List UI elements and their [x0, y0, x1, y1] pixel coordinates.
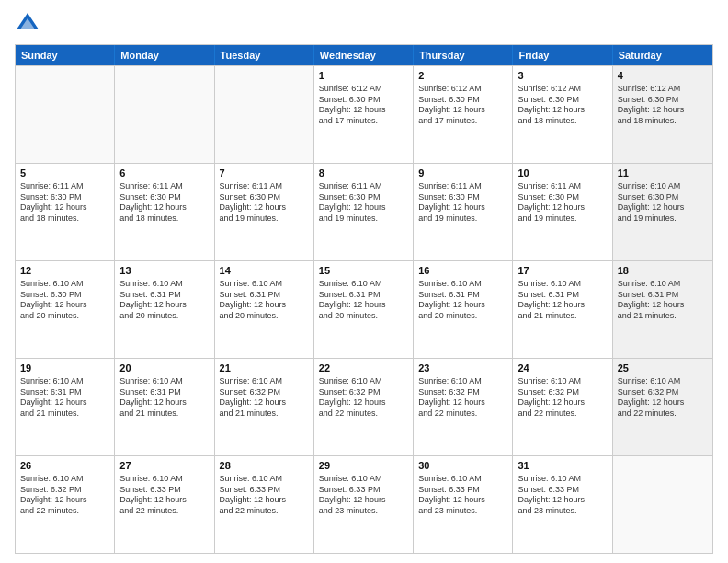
- page: SundayMondayTuesdayWednesdayThursdayFrid…: [0, 0, 728, 563]
- cell-info: Sunrise: 6:10 AMSunset: 6:32 PMDaylight:…: [220, 376, 309, 419]
- calendar-cell-22: 22Sunrise: 6:10 AMSunset: 6:32 PMDayligh…: [314, 359, 414, 455]
- calendar-cell-empty: [215, 66, 314, 163]
- calendar-row-2: 12Sunrise: 6:10 AMSunset: 6:30 PMDayligh…: [16, 260, 712, 358]
- day-number: 4: [618, 69, 708, 83]
- day-number: 22: [319, 362, 408, 375]
- day-number: 8: [319, 167, 408, 180]
- day-number: 26: [20, 459, 109, 473]
- day-number: 7: [220, 167, 309, 180]
- header-day-saturday: Saturday: [613, 45, 712, 65]
- day-number: 24: [518, 362, 607, 375]
- cell-info: Sunrise: 6:11 AMSunset: 6:30 PMDaylight:…: [20, 181, 109, 224]
- cell-info: Sunrise: 6:12 AMSunset: 6:30 PMDaylight:…: [418, 84, 507, 127]
- day-number: 14: [220, 264, 309, 278]
- day-number: 5: [20, 167, 109, 180]
- cell-info: Sunrise: 6:11 AMSunset: 6:30 PMDaylight:…: [319, 181, 408, 224]
- day-number: 9: [418, 167, 507, 180]
- calendar-cell-27: 27Sunrise: 6:10 AMSunset: 6:33 PMDayligh…: [115, 456, 214, 553]
- calendar-cell-7: 7Sunrise: 6:11 AMSunset: 6:30 PMDaylight…: [215, 164, 314, 260]
- calendar-header: SundayMondayTuesdayWednesdayThursdayFrid…: [16, 45, 712, 65]
- cell-info: Sunrise: 6:10 AMSunset: 6:33 PMDaylight:…: [518, 474, 607, 517]
- calendar-cell-3: 3Sunrise: 6:12 AMSunset: 6:30 PMDaylight…: [513, 66, 612, 163]
- header-day-friday: Friday: [513, 45, 612, 65]
- calendar-cell-16: 16Sunrise: 6:10 AMSunset: 6:31 PMDayligh…: [414, 261, 513, 358]
- day-number: 19: [20, 362, 109, 375]
- day-number: 12: [20, 264, 109, 278]
- cell-info: Sunrise: 6:10 AMSunset: 6:33 PMDaylight:…: [220, 474, 309, 517]
- day-number: 2: [418, 69, 507, 83]
- calendar-cell-8: 8Sunrise: 6:11 AMSunset: 6:30 PMDaylight…: [314, 164, 414, 260]
- day-number: 20: [119, 362, 209, 375]
- day-number: 18: [618, 264, 708, 278]
- calendar-cell-26: 26Sunrise: 6:10 AMSunset: 6:32 PMDayligh…: [16, 456, 115, 553]
- cell-info: Sunrise: 6:11 AMSunset: 6:30 PMDaylight:…: [518, 181, 607, 224]
- calendar-row-0: 1Sunrise: 6:12 AMSunset: 6:30 PMDaylight…: [16, 65, 712, 163]
- calendar-cell-empty: [613, 456, 712, 553]
- calendar-cell-10: 10Sunrise: 6:11 AMSunset: 6:30 PMDayligh…: [513, 164, 612, 260]
- calendar-cell-28: 28Sunrise: 6:10 AMSunset: 6:33 PMDayligh…: [215, 456, 314, 553]
- calendar-cell-empty: [16, 66, 115, 163]
- cell-info: Sunrise: 6:10 AMSunset: 6:33 PMDaylight:…: [319, 474, 408, 517]
- calendar-cell-5: 5Sunrise: 6:11 AMSunset: 6:30 PMDaylight…: [16, 164, 115, 260]
- calendar-cell-25: 25Sunrise: 6:10 AMSunset: 6:32 PMDayligh…: [613, 359, 712, 455]
- day-number: 23: [418, 362, 507, 375]
- day-number: 10: [518, 167, 607, 180]
- calendar-row-1: 5Sunrise: 6:11 AMSunset: 6:30 PMDaylight…: [16, 163, 712, 260]
- day-number: 1: [319, 69, 408, 83]
- day-number: 27: [119, 459, 209, 473]
- day-number: 29: [319, 459, 408, 473]
- calendar-cell-20: 20Sunrise: 6:10 AMSunset: 6:31 PMDayligh…: [115, 359, 214, 455]
- calendar-cell-18: 18Sunrise: 6:10 AMSunset: 6:31 PMDayligh…: [613, 261, 712, 358]
- calendar-cell-2: 2Sunrise: 6:12 AMSunset: 6:30 PMDaylight…: [414, 66, 513, 163]
- day-number: 17: [518, 264, 607, 278]
- cell-info: Sunrise: 6:10 AMSunset: 6:31 PMDaylight:…: [20, 376, 109, 419]
- cell-info: Sunrise: 6:10 AMSunset: 6:33 PMDaylight:…: [119, 474, 209, 517]
- cell-info: Sunrise: 6:10 AMSunset: 6:31 PMDaylight:…: [319, 279, 408, 322]
- day-number: 3: [518, 69, 607, 83]
- calendar-cell-4: 4Sunrise: 6:12 AMSunset: 6:30 PMDaylight…: [613, 66, 712, 163]
- calendar-cell-29: 29Sunrise: 6:10 AMSunset: 6:33 PMDayligh…: [314, 456, 414, 553]
- day-number: 13: [119, 264, 209, 278]
- cell-info: Sunrise: 6:11 AMSunset: 6:30 PMDaylight:…: [220, 181, 309, 224]
- calendar-cell-empty: [115, 66, 214, 163]
- day-number: 25: [618, 362, 708, 375]
- cell-info: Sunrise: 6:10 AMSunset: 6:32 PMDaylight:…: [618, 376, 708, 419]
- cell-info: Sunrise: 6:11 AMSunset: 6:30 PMDaylight:…: [418, 181, 507, 224]
- calendar-row-4: 26Sunrise: 6:10 AMSunset: 6:32 PMDayligh…: [16, 455, 712, 553]
- cell-info: Sunrise: 6:10 AMSunset: 6:30 PMDaylight:…: [20, 279, 109, 322]
- header-day-monday: Monday: [115, 45, 214, 65]
- cell-info: Sunrise: 6:10 AMSunset: 6:31 PMDaylight:…: [119, 279, 209, 322]
- day-number: 11: [618, 167, 708, 180]
- cell-info: Sunrise: 6:10 AMSunset: 6:32 PMDaylight:…: [418, 376, 507, 419]
- header-day-tuesday: Tuesday: [215, 45, 314, 65]
- day-number: 30: [418, 459, 507, 473]
- cell-info: Sunrise: 6:10 AMSunset: 6:31 PMDaylight:…: [418, 279, 507, 322]
- cell-info: Sunrise: 6:12 AMSunset: 6:30 PMDaylight:…: [518, 84, 607, 127]
- day-number: 15: [319, 264, 408, 278]
- day-number: 31: [518, 459, 607, 473]
- logo-icon: [15, 11, 40, 37]
- logo: [15, 11, 44, 37]
- cell-info: Sunrise: 6:10 AMSunset: 6:31 PMDaylight:…: [518, 279, 607, 322]
- header: [15, 11, 713, 37]
- calendar-cell-14: 14Sunrise: 6:10 AMSunset: 6:31 PMDayligh…: [215, 261, 314, 358]
- calendar-cell-30: 30Sunrise: 6:10 AMSunset: 6:33 PMDayligh…: [414, 456, 513, 553]
- cell-info: Sunrise: 6:12 AMSunset: 6:30 PMDaylight:…: [618, 84, 708, 127]
- calendar-cell-24: 24Sunrise: 6:10 AMSunset: 6:32 PMDayligh…: [513, 359, 612, 455]
- cell-info: Sunrise: 6:10 AMSunset: 6:32 PMDaylight:…: [20, 474, 109, 517]
- calendar-cell-31: 31Sunrise: 6:10 AMSunset: 6:33 PMDayligh…: [513, 456, 612, 553]
- calendar-cell-12: 12Sunrise: 6:10 AMSunset: 6:30 PMDayligh…: [16, 261, 115, 358]
- calendar-cell-6: 6Sunrise: 6:11 AMSunset: 6:30 PMDaylight…: [115, 164, 214, 260]
- calendar-cell-11: 11Sunrise: 6:10 AMSunset: 6:30 PMDayligh…: [613, 164, 712, 260]
- day-number: 21: [220, 362, 309, 375]
- cell-info: Sunrise: 6:10 AMSunset: 6:32 PMDaylight:…: [319, 376, 408, 419]
- cell-info: Sunrise: 6:10 AMSunset: 6:31 PMDaylight:…: [618, 279, 708, 322]
- calendar-cell-13: 13Sunrise: 6:10 AMSunset: 6:31 PMDayligh…: [115, 261, 214, 358]
- header-day-sunday: Sunday: [16, 45, 115, 65]
- calendar: SundayMondayTuesdayWednesdayThursdayFrid…: [15, 44, 713, 554]
- calendar-cell-9: 9Sunrise: 6:11 AMSunset: 6:30 PMDaylight…: [414, 164, 513, 260]
- day-number: 6: [119, 167, 209, 180]
- calendar-cell-19: 19Sunrise: 6:10 AMSunset: 6:31 PMDayligh…: [16, 359, 115, 455]
- calendar-cell-15: 15Sunrise: 6:10 AMSunset: 6:31 PMDayligh…: [314, 261, 414, 358]
- calendar-cell-21: 21Sunrise: 6:10 AMSunset: 6:32 PMDayligh…: [215, 359, 314, 455]
